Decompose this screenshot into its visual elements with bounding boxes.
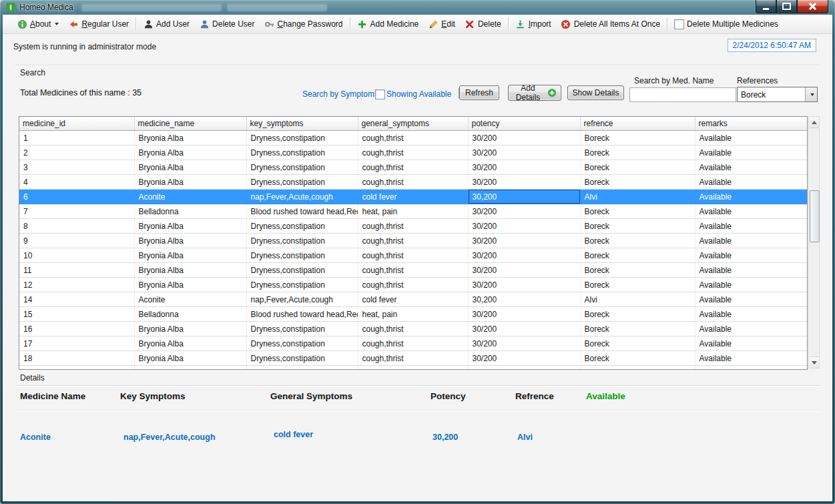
grid-cell[interactable]: Bryonia Alba — [134, 336, 246, 351]
grid-cell[interactable]: Boreck — [580, 131, 695, 146]
grid-cell[interactable]: Boreck — [580, 263, 695, 278]
grid-column-header[interactable]: medicine_name — [134, 117, 246, 131]
grid-cell[interactable]: cough,thrist — [358, 219, 468, 234]
table-row[interactable]: 9Bryonia AlbaDryness,constipationcough,t… — [19, 234, 807, 248]
grid-cell[interactable]: Available — [695, 190, 807, 204]
search-by-symptoms-link[interactable]: Search by Symptoms — [302, 89, 378, 99]
grid-cell[interactable]: Boreck — [580, 248, 695, 263]
add-details-button[interactable]: Add Details — [508, 85, 561, 101]
grid-cell[interactable]: nap,Fever,Acute,cough — [246, 292, 358, 307]
grid-cell[interactable]: Dryness,constipation — [246, 336, 358, 351]
grid-cell[interactable]: 30/200 — [468, 278, 580, 292]
table-row[interactable]: 1Bryonia AlbaDryness,constipationcough,t… — [19, 131, 807, 146]
grid-cell[interactable]: Available — [695, 336, 807, 351]
table-row[interactable]: 15BelladonnaBlood rushed toward head,Red… — [19, 307, 807, 322]
grid-cell[interactable]: Available — [695, 263, 807, 278]
grid-cell[interactable]: 19 — [19, 366, 134, 370]
grid-cell[interactable]: Blood rushed toward head,Red... — [246, 204, 358, 219]
grid-column-header[interactable]: general_symptoms — [358, 117, 468, 131]
grid-cell[interactable]: cough,thrist — [358, 160, 468, 175]
grid-cell[interactable]: Available — [695, 366, 807, 370]
table-row[interactable]: 12Bryonia AlbaDryness,constipationcough,… — [19, 278, 807, 292]
grid-cell[interactable]: Dryness,constipation — [246, 219, 358, 234]
grid-cell[interactable]: 18 — [19, 351, 134, 366]
show-details-button[interactable]: Show Details — [567, 85, 624, 100]
grid-cell[interactable]: Bryonia Alba — [134, 234, 246, 248]
grid-cell[interactable]: heat, pain — [358, 307, 468, 322]
grid-column-header[interactable]: remarks — [695, 117, 807, 131]
grid-column-header[interactable]: medicine_id — [19, 117, 134, 131]
grid-cell[interactable]: cold fever — [358, 190, 468, 204]
references-dropdown[interactable]: Boreck — [737, 87, 818, 102]
grid-cell[interactable]: 30/200 — [468, 131, 580, 146]
grid-cell[interactable]: Dryness,constipation — [246, 263, 358, 278]
grid-cell[interactable]: cough,thrist — [358, 322, 468, 336]
table-row[interactable]: 6Aconitenap,Fever,Acute,coughcold fever3… — [19, 190, 807, 204]
grid-cell[interactable]: cough,thrist — [358, 248, 468, 263]
grid-cell[interactable]: 17 — [19, 336, 134, 351]
grid-cell[interactable]: 30/200 — [468, 234, 580, 248]
grid-cell[interactable]: 8 — [19, 219, 134, 234]
toolbar-change-password[interactable]: Change Password — [259, 16, 347, 32]
grid-cell[interactable]: Boreck — [580, 278, 695, 292]
table-row[interactable]: 2Bryonia AlbaDryness,constipationcough,t… — [19, 146, 807, 160]
grid-cell[interactable]: nap,Fever,Acute,cough — [246, 190, 358, 204]
grid-cell[interactable]: Available — [695, 322, 807, 336]
grid-cell[interactable]: 15 — [19, 307, 134, 322]
grid-cell[interactable]: Available — [695, 278, 807, 292]
grid-cell[interactable]: 30,200 — [468, 292, 580, 307]
grid-cell[interactable]: Available — [695, 219, 807, 234]
table-row[interactable]: 4Bryonia AlbaDryness,constipationcough,t… — [19, 175, 807, 190]
grid-cell[interactable]: Dryness,constipation — [246, 248, 358, 263]
grid-cell[interactable]: Boreck — [580, 366, 695, 370]
grid-cell[interactable]: cough,thrist — [358, 175, 468, 190]
grid-cell[interactable]: Boreck — [580, 146, 695, 160]
table-row[interactable]: 7BelladonnaBlood rushed toward head,Red.… — [19, 204, 807, 219]
grid-cell[interactable]: Bryonia Alba — [134, 248, 246, 263]
scroll-up-button[interactable] — [809, 117, 819, 128]
grid-cell[interactable]: cough,thrist — [358, 366, 468, 370]
grid-cell[interactable]: 3 — [19, 160, 134, 175]
grid-vertical-scrollbar[interactable] — [808, 116, 820, 368]
grid-cell[interactable]: Bryonia Alba — [134, 263, 246, 278]
toolbar-delete[interactable]: Delete — [460, 16, 506, 32]
grid-cell[interactable]: 30/200 — [468, 146, 580, 160]
grid-cell[interactable]: Boreck — [580, 175, 695, 190]
grid-cell[interactable]: 30/200 — [468, 248, 580, 263]
grid-cell[interactable]: 30/200 — [468, 336, 580, 351]
grid-cell[interactable]: Boreck — [580, 322, 695, 336]
grid-cell[interactable]: Bryonia Alba — [134, 175, 246, 190]
grid-cell[interactable]: Available — [695, 292, 807, 307]
grid-cell[interactable]: cough,thrist — [358, 131, 468, 146]
grid-cell[interactable]: 9 — [19, 234, 134, 248]
grid-cell[interactable]: Bryonia Alba — [134, 351, 246, 366]
grid-cell[interactable]: 30/200 — [468, 204, 580, 219]
grid-cell[interactable]: Available — [695, 204, 807, 219]
grid-cell[interactable]: 12 — [19, 278, 134, 292]
grid-cell[interactable]: cough,thrist — [358, 263, 468, 278]
grid-cell[interactable]: 2 — [19, 146, 134, 160]
grid-cell[interactable]: 7 — [19, 204, 134, 219]
grid-cell[interactable]: 30/200 — [468, 219, 580, 234]
grid-cell[interactable]: 30/200 — [468, 351, 580, 366]
grid-cell[interactable]: Bryonia Alba — [134, 160, 246, 175]
grid-cell[interactable]: 11 — [19, 263, 134, 278]
grid-column-header[interactable]: key_symptoms — [246, 117, 358, 131]
grid-cell[interactable]: Dryness,constipation — [246, 366, 358, 370]
titlebar[interactable]: Homeo Medica — [0, 0, 835, 15]
grid-cell[interactable]: 4 — [19, 175, 134, 190]
grid-column-header[interactable]: refrence — [580, 117, 695, 131]
table-row[interactable]: 19Bryonia AlbaDryness,constipationcough,… — [19, 366, 807, 370]
grid-cell[interactable]: Blood rushed toward head,Red... — [246, 307, 358, 322]
table-row[interactable]: 10Bryonia AlbaDryness,constipationcough,… — [19, 248, 807, 263]
grid-cell[interactable]: cough,thrist — [358, 146, 468, 160]
med-name-input[interactable] — [629, 87, 736, 102]
grid-cell[interactable]: Available — [695, 307, 807, 322]
grid-cell[interactable]: Bryonia Alba — [134, 219, 246, 234]
grid-cell[interactable]: cough,thrist — [358, 336, 468, 351]
grid-cell[interactable]: 30/200 — [468, 307, 580, 322]
toolbar-delete-multiple-medicines[interactable]: Delete Multiple Medicines — [669, 16, 783, 32]
table-row[interactable]: 18Bryonia AlbaDryness,constipationcough,… — [19, 351, 807, 366]
grid-cell[interactable]: Bryonia Alba — [134, 366, 246, 370]
grid-cell[interactable]: Boreck — [580, 204, 695, 219]
